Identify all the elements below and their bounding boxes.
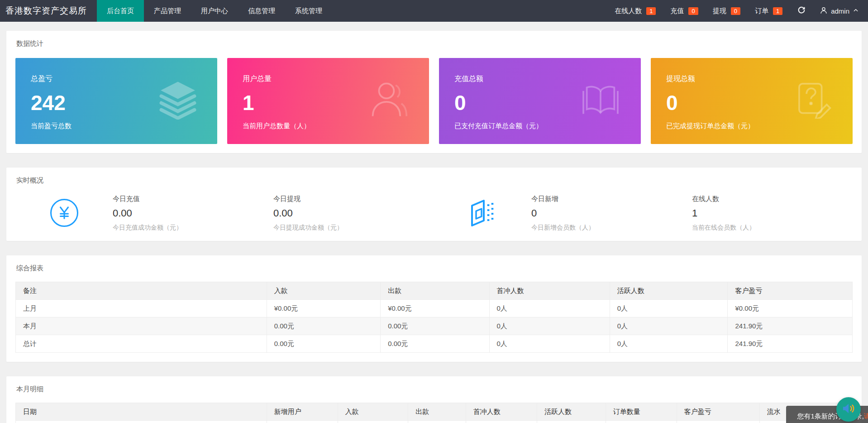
table-row: 总计 0.00元 0.00元 0人 0人 241.90元 <box>16 335 853 353</box>
stats-panel-title: 数据统计 <box>15 38 853 48</box>
col-header: 客户盈亏 <box>728 282 853 300</box>
nav-item-products[interactable]: 产品管理 <box>144 0 191 22</box>
recharge-badge: 0 <box>688 7 698 15</box>
col-header: 日期 <box>16 403 267 421</box>
stat-card: 提现总额 0 已完成提现订单总金额（元） <box>651 58 853 144</box>
online-users-block: 在线人数 1 当前在线会员数（人） <box>692 194 853 232</box>
toast-view-link[interactable]: 请查看 <box>864 412 868 420</box>
stat-card: 充值总额 0 已支付充值订单总金额（元） <box>439 58 641 144</box>
table-header-row: 日期 新增用户 入款 出款 首冲人数 活跃人数 订单数量 客户盈亏 流水 <box>16 403 853 421</box>
stat-card: 用户总量 1 当前用户总数量（人） <box>227 58 429 144</box>
refresh-button[interactable] <box>790 0 813 22</box>
ov-value: 0.00 <box>113 207 273 219</box>
col-header: 活跃人数 <box>610 282 728 300</box>
cell: 0.00元 <box>381 335 489 353</box>
online-count-item[interactable]: 在线人数 1 <box>607 0 663 22</box>
col-header: 首冲人数 <box>466 403 537 421</box>
stat-card: 总盈亏 242 当前盈亏总数 <box>15 58 217 144</box>
user-icon <box>820 6 828 16</box>
col-header: 活跃人数 <box>537 403 606 421</box>
stat-cards-row: 总盈亏 242 当前盈亏总数 用户总量 1 当前用户总数量（人） 充值总额 0 … <box>15 58 853 144</box>
building-icon <box>434 198 531 227</box>
cell: 0.00元 <box>267 335 380 353</box>
cell: 0.00元 <box>267 317 380 335</box>
cell: 0人 <box>489 317 610 335</box>
cell: 2022-09-01 <box>16 421 267 423</box>
cell: 241.90元 <box>728 335 853 353</box>
ov-label: 今日提现 <box>273 195 434 203</box>
orders-item[interactable]: 订单 1 <box>748 0 790 22</box>
main-menu: 后台首页 产品管理 用户中心 信息管理 系统管理 <box>97 0 332 22</box>
user-name: admin <box>831 7 849 15</box>
user-menu[interactable]: admin <box>813 0 868 22</box>
ov-caption: 当前在线会员数（人） <box>692 224 853 232</box>
report-panel: 综合报表 备注 入款 出款 首冲人数 活跃人数 客户盈亏 上月 ¥0.00元 ¥… <box>6 255 862 362</box>
cell: 0人 <box>489 300 610 317</box>
cell: 0人 <box>610 335 728 353</box>
report-table: 备注 入款 出款 首冲人数 活跃人数 客户盈亏 上月 ¥0.00元 ¥0.00元… <box>15 282 853 353</box>
cell: 0人 <box>610 300 728 317</box>
detail-table: 日期 新增用户 入款 出款 首冲人数 活跃人数 订单数量 客户盈亏 流水 202… <box>15 403 853 423</box>
cell: 0人 <box>267 421 338 423</box>
refresh-icon <box>797 5 806 16</box>
cell: 0人 <box>466 421 537 423</box>
col-header: 出款 <box>408 403 466 421</box>
nav-item-users[interactable]: 用户中心 <box>191 0 238 22</box>
stat-caption: 当前用户总数量（人） <box>243 122 414 130</box>
withdraw-item[interactable]: 提现 0 <box>706 0 748 22</box>
chevron-up-icon <box>853 7 859 15</box>
stat-caption: 当前盈亏总数 <box>31 122 202 130</box>
withdraw-label: 提现 <box>713 7 726 15</box>
notification-sound-button[interactable] <box>836 397 861 422</box>
ov-label: 今日充值 <box>113 195 273 203</box>
col-header: 订单数量 <box>606 403 677 421</box>
nav-item-info[interactable]: 信息管理 <box>238 0 285 22</box>
cell: 0条 <box>606 421 677 423</box>
cell: ¥0.00元 <box>381 300 489 317</box>
today-recharge-block: 今日充值 0.00 今日充值成功金额（元） <box>113 194 273 232</box>
cell: 总计 <box>16 335 267 353</box>
table-row: 本月 0.00元 0.00元 0人 0人 241.90元 <box>16 317 853 335</box>
open-book-icon <box>581 82 620 120</box>
recharge-label: 充值 <box>670 7 684 15</box>
top-navbar: 香港数字资产交易所 后台首页 产品管理 用户中心 信息管理 系统管理 在线人数 … <box>0 0 868 22</box>
withdraw-badge: 0 <box>731 7 740 15</box>
nav-item-system[interactable]: 系统管理 <box>285 0 332 22</box>
stat-caption: 已支付充值订单总金额（元） <box>454 122 625 130</box>
orders-badge: 1 <box>773 7 782 15</box>
main-content: 数据统计 总盈亏 242 当前盈亏总数 用户总量 1 当前用户总数量（人） 充值… <box>0 22 868 423</box>
cell: ¥0.00元 <box>338 421 408 423</box>
brand-title: 香港数字资产交易所 <box>0 0 97 22</box>
ov-label: 今日新增 <box>531 195 692 203</box>
today-withdraw-block: 今日提现 0.00 今日提现成功金额（元） <box>273 194 434 232</box>
ov-label: 在线人数 <box>692 195 853 203</box>
overview-panel: 实时概况 今日充值 0.00 今日充值成功金额（元） 今日提现 0.00 今日提… <box>6 168 862 241</box>
overview-panel-title: 实时概况 <box>15 174 853 185</box>
detail-panel: 本月明细 日期 新增用户 入款 出款 首冲人数 活跃人数 订单数量 客户盈亏 流… <box>6 376 862 423</box>
navbar-right: 在线人数 1 充值 0 提现 0 订单 1 admin <box>607 0 868 22</box>
cell: 0人 <box>537 421 606 423</box>
ov-caption: 今日充值成功金额（元） <box>113 224 273 232</box>
cell: 0.00元 <box>408 421 466 423</box>
cell: 上月 <box>16 300 267 317</box>
ov-value: 1 <box>692 207 853 219</box>
ov-value: 0.00 <box>273 207 434 219</box>
cell: 本月 <box>16 317 267 335</box>
cell: 0人 <box>489 335 610 353</box>
table-header-row: 备注 入款 出款 首冲人数 活跃人数 客户盈亏 <box>16 282 853 300</box>
col-header: 首冲人数 <box>489 282 610 300</box>
cell: ¥0.00元 <box>677 421 759 423</box>
ov-caption: 今日提现成功金额（元） <box>273 224 434 232</box>
orders-label: 订单 <box>755 7 768 15</box>
doc-edit-icon <box>795 82 832 120</box>
nav-item-dashboard[interactable]: 后台首页 <box>97 0 144 22</box>
layers-icon <box>159 81 196 121</box>
recharge-item[interactable]: 充值 0 <box>663 0 705 22</box>
online-count-badge: 1 <box>646 7 656 15</box>
speaker-icon <box>842 402 855 417</box>
col-header: 新增用户 <box>267 403 338 421</box>
today-new-block: 今日新增 0 今日新增会员数（人） <box>531 194 692 232</box>
yen-icon <box>15 199 113 227</box>
detail-panel-title: 本月明细 <box>15 383 853 394</box>
cell: 241.90元 <box>728 317 853 335</box>
